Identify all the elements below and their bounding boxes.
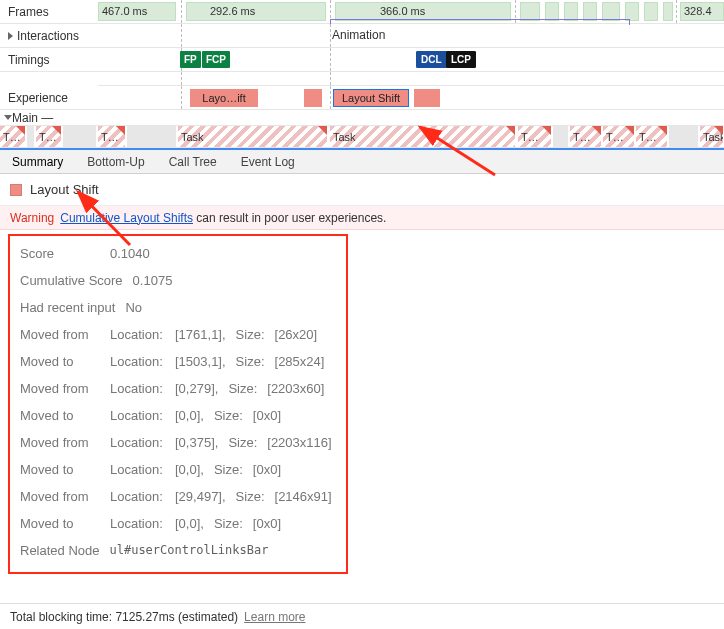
loc-label: Location: [110,516,165,531]
tab-call-tree[interactable]: Call Tree [157,150,229,173]
frames-label: Frames [0,0,98,23]
task[interactable]: T… [36,126,62,147]
task[interactable] [669,126,699,147]
timings-label: Timings [0,48,98,71]
moved-to: Moved to [20,408,100,423]
task[interactable]: T… [570,126,602,147]
detail-row: Moved to Location: [0,0], Size: [0x0] [18,402,338,429]
learn-more-link[interactable]: Learn more [244,610,305,624]
layout-shift-bar[interactable]: Layo…ift [190,89,258,107]
main-label: Main — [0,110,98,125]
frame-time: 366.0 ms [380,5,425,17]
detail-box: Score 0.1040 Cumulative Score 0.1075 Had… [8,234,348,574]
fcp-badge[interactable]: FCP [202,51,230,68]
loc-label: Location: [110,435,165,450]
layout-shift-bar-small[interactable] [304,89,322,107]
summary-header: Layout Shift [0,174,724,206]
warning-bar: Warning Cumulative Layout Shifts can res… [0,206,724,230]
loc-value: [0,375], [175,435,218,450]
experience-track[interactable]: Layo…ift Layout Shift [98,86,724,109]
tab-summary[interactable]: Summary [0,150,75,173]
task[interactable]: T… [98,126,126,147]
task-flag-icon [542,126,551,135]
moved-to: Moved to [20,462,100,477]
task[interactable] [553,126,569,147]
layout-shift-bar-small[interactable] [414,89,440,107]
related-label: Related Node [20,543,100,558]
detail-row: Moved from Location: [29,497], Size: [21… [18,483,338,510]
recent-label: Had recent input [20,300,115,315]
moved-to: Moved to [20,354,100,369]
summary-title: Layout Shift [30,182,99,197]
detail-row: Score 0.1040 [18,240,338,267]
recent-value: No [125,300,142,315]
fp-badge[interactable]: FP [180,51,201,68]
dash: — [41,111,53,125]
footer: Total blocking time: 7125.27ms (estimate… [0,603,724,629]
layout-shift-bar-selected[interactable]: Layout Shift [333,89,409,107]
tab-event-log[interactable]: Event Log [229,150,307,173]
warning-link[interactable]: Cumulative Layout Shifts [60,211,193,225]
task[interactable]: T… [0,126,26,147]
related-node[interactable]: ul#userControlLinksBar [110,543,269,558]
frames-track[interactable]: 467.0 ms 292.6 ms 366.0 ms 328.4 [98,0,724,23]
frame-time: 292.6 ms [210,5,255,17]
task[interactable] [63,126,97,147]
task[interactable]: T… [603,126,635,147]
task[interactable]: Task [330,126,516,147]
caret-right-icon[interactable] [8,32,13,40]
frame-segment[interactable] [663,2,673,21]
loc-label: Location: [110,327,165,342]
tasks-track[interactable]: T… T… T… Task Task T… T… T… T… Task [0,126,724,147]
frame-segment[interactable] [644,2,658,21]
moved-from: Moved from [20,327,100,342]
frame-segment[interactable] [186,2,326,21]
interactions-text: Interactions [17,29,79,43]
loc-value: [0,0], [175,516,204,531]
interactions-row: Interactions Animation [0,24,724,48]
frame-time: 328.4 [684,5,712,17]
task[interactable]: Task [178,126,328,147]
loc-label: Location: [110,489,165,504]
task[interactable]: T… [636,126,668,147]
timings-track[interactable]: FP FCP DCL LCP [98,48,724,71]
score-value: 0.1040 [110,246,150,261]
task[interactable] [127,126,177,147]
moved-from: Moved from [20,435,100,450]
task[interactable]: T… [518,126,552,147]
moved-from: Moved from [20,489,100,504]
loc-label: Location: [110,462,165,477]
task-flag-icon [625,126,634,135]
detail-row: Had recent input No [18,294,338,321]
size-value: [2146x91] [275,489,332,504]
detail-row: Moved to Location: [0,0], Size: [0x0] [18,510,338,537]
detail-row: Moved from Location: [0,279], Size: [220… [18,375,338,402]
task[interactable] [27,126,35,147]
timings-row: Timings FP FCP DCL LCP [0,48,724,72]
task[interactable]: Task [700,126,724,147]
task-flag-icon [592,126,601,135]
frames-row: Frames 467.0 ms 292.6 ms 366.0 ms 328.4 [0,0,724,24]
moved-from: Moved from [20,381,100,396]
loc-label: Location: [110,354,165,369]
warning-rest: can result in poor user experiences. [196,211,386,225]
frame-time: 467.0 ms [102,5,147,17]
loc-value: [0,0], [175,408,204,423]
experience-row: Experience Layo…ift Layout Shift [0,86,724,110]
caret-down-icon[interactable] [4,115,12,120]
task-flag-icon [318,126,327,135]
dcl-badge[interactable]: DCL [416,51,447,68]
lcp-badge[interactable]: LCP [446,51,476,68]
tab-bottom-up[interactable]: Bottom-Up [75,150,156,173]
size-value: [0x0] [253,408,281,423]
loc-label: Location: [110,408,165,423]
interactions-track[interactable]: Animation [98,24,724,47]
detail-row: Moved to Location: [1503,1], Size: [285x… [18,348,338,375]
size-label: Size: [214,516,243,531]
loc-value: [0,0], [175,462,204,477]
interaction-animation[interactable]: Animation [332,28,385,42]
loc-value: [1761,1], [175,327,226,342]
size-label: Size: [236,354,265,369]
loc-value: [29,497], [175,489,226,504]
spacer [0,72,724,86]
